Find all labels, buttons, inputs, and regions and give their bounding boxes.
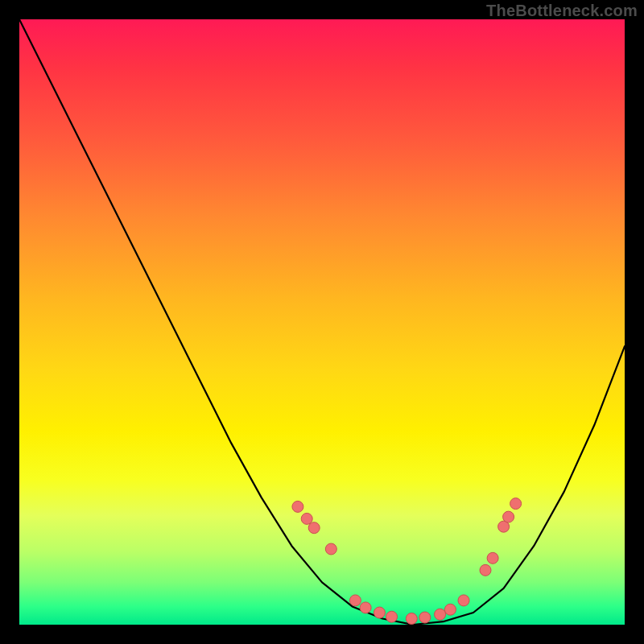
data-dot	[503, 511, 514, 522]
data-dot	[444, 604, 456, 615]
data-dot	[349, 595, 361, 606]
data-dot	[360, 602, 371, 613]
data-dot	[325, 543, 336, 555]
data-dot	[406, 613, 417, 625]
data-dot	[487, 552, 498, 564]
data-dot	[308, 522, 320, 534]
data-dot	[510, 498, 522, 510]
data-dot-group	[292, 498, 522, 625]
data-dot	[419, 612, 431, 623]
watermark-text: TheBottleneck.com	[486, 2, 638, 20]
data-dot	[386, 611, 398, 622]
data-dot	[480, 564, 491, 576]
data-dot	[374, 607, 385, 618]
data-dot	[292, 501, 303, 512]
data-dot	[435, 609, 446, 620]
bottleneck-chart	[19, 19, 625, 625]
bottleneck-curve	[19, 19, 625, 625]
chart-frame	[19, 19, 625, 625]
data-dot	[301, 513, 312, 524]
data-dot	[458, 595, 469, 606]
